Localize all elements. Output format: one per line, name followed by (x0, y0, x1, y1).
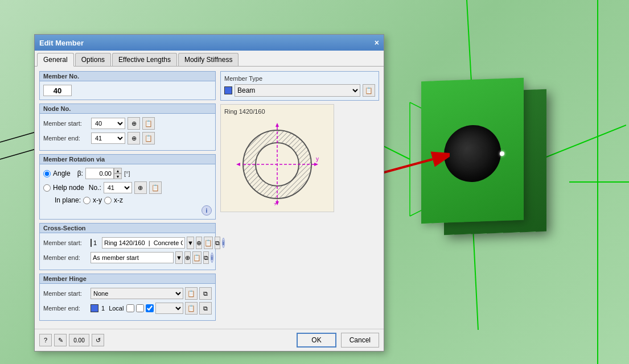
helpnode-radio[interactable] (43, 184, 51, 192)
hinge-start-edit-btn[interactable]: 📋 (185, 287, 198, 300)
in-plane-label: In plane: (55, 196, 81, 204)
rotation-help-icon[interactable]: i (202, 205, 212, 216)
helpnode-select[interactable]: 41 (104, 182, 132, 193)
hinge-end-copy-btn[interactable]: ⧉ (199, 302, 212, 315)
left-panel: Member No. Node No. Member start: 40 ⊕ 📋 (39, 71, 216, 324)
member-no-body (40, 81, 215, 100)
member-start-select[interactable]: 40 (91, 118, 125, 129)
tab-general[interactable]: General (37, 53, 74, 67)
member-start-pick-btn[interactable]: ⊕ (128, 117, 140, 130)
member-no-input[interactable] (43, 85, 72, 96)
cs-end-input[interactable] (91, 252, 174, 263)
svg-marker-19 (314, 163, 318, 166)
helpnode-label: Help node (53, 184, 84, 192)
hinge-start-select[interactable]: None (91, 288, 183, 299)
cs-dropdown-btn[interactable]: ▼ (187, 237, 194, 249)
rotation-title: Member Rotation via (40, 155, 215, 164)
refresh-btn[interactable]: ↺ (92, 334, 104, 346)
cross-section-title: Cross-Section (40, 224, 215, 233)
in-plane-row: In plane: x-y x-z (43, 196, 212, 204)
dialog-footer: ? ✎ 0.00 ↺ OK Cancel (35, 329, 384, 351)
edit-btn[interactable]: ✎ (54, 334, 67, 346)
help-btn[interactable]: ? (39, 334, 52, 346)
xy-radio[interactable] (83, 197, 91, 204)
helpnode-pick-btn[interactable]: ⊕ (134, 181, 147, 194)
hinge-start-copy-btn[interactable]: ⧉ (199, 287, 212, 300)
dialog-tabs: General Options Effective Lengths Modify… (35, 51, 384, 67)
cs-end-pick-btn[interactable]: ⊕ (184, 251, 191, 264)
cs-end-label: Member end: (43, 254, 89, 261)
tab-options[interactable]: Options (75, 53, 111, 66)
cs-edit-btn[interactable]: 📋 (204, 237, 213, 249)
member-type-container: Member Type Beam 📋 (220, 71, 379, 101)
node-no-body: Member start: 40 ⊕ 📋 Member end: 41 ⊕ (40, 114, 215, 150)
svg-marker-20 (236, 163, 240, 166)
xy-label: x-y (93, 196, 102, 204)
xz-label: x-z (114, 196, 123, 204)
rotation-body: Angle β: ▲ ▼ [°] (40, 164, 215, 219)
cs-ring-svg: y z (232, 120, 323, 205)
cs-end-help-icon[interactable]: i (211, 253, 213, 263)
member-end-label: Member end: (43, 135, 89, 142)
cs-number: 1 (93, 239, 100, 246)
member-type-color (224, 86, 232, 94)
hinge-cb2[interactable] (136, 304, 144, 312)
cs-copy-btn[interactable]: ⧉ (215, 237, 220, 249)
edit-member-dialog: Edit Member × General Options Effective … (34, 34, 384, 351)
hinge-start-label: Member start: (43, 290, 89, 297)
angle-radio[interactable] (43, 170, 51, 177)
hinge-color-box (91, 304, 98, 312)
zero-btn[interactable]: 0.00 (69, 334, 89, 346)
angle-radio-group: Angle (43, 169, 71, 177)
node-no-title: Node No. (40, 104, 215, 114)
cancel-button[interactable]: Cancel (341, 333, 379, 348)
member-end-row: Member end: 41 ⊕ 📋 (43, 132, 212, 144)
cs-name-input[interactable] (102, 237, 185, 249)
cs-preview-title: Ring 1420/160 (224, 108, 265, 115)
hinge-end-row: Member end: 1 Local 📋 ⧉ (43, 302, 212, 315)
member-start-label: Member start: (43, 120, 89, 127)
hinge-end-type: Local (109, 305, 124, 312)
cs-pick-btn[interactable]: ⊕ (196, 237, 202, 249)
cs-end-copy-btn[interactable]: ⧉ (203, 251, 209, 264)
hinge-cb1[interactable] (126, 304, 134, 312)
member-start-edit-btn[interactable]: 📋 (142, 117, 155, 130)
cs-end-edit-btn[interactable]: 📋 (192, 251, 202, 264)
member-type-label: Member Type (224, 75, 375, 82)
cs-color-box (91, 239, 92, 247)
spinbox-up[interactable]: ▲ (114, 168, 122, 173)
hinge-start-row: Member start: None 📋 ⧉ (43, 287, 212, 300)
hinge-cb3[interactable] (146, 304, 154, 312)
hinge-title: Member Hinge (40, 274, 215, 284)
hinge-end-edit-btn[interactable]: 📋 (185, 302, 198, 315)
cross-section-body: Member start: 1 ▼ ⊕ 📋 ⧉ i Member end: ▼ (40, 233, 215, 270)
member-type-edit-btn[interactable]: 📋 (363, 84, 375, 97)
member-end-edit-btn[interactable]: 📋 (142, 132, 155, 144)
hinge-end-number: 1 (101, 305, 105, 312)
member-type-select[interactable]: Beam (235, 84, 360, 97)
member-end-pick-btn[interactable]: ⊕ (128, 132, 140, 144)
spinbox-buttons: ▲ ▼ (114, 168, 122, 179)
helpnode-edit-btn[interactable]: 📋 (149, 181, 162, 194)
tab-effective-lengths[interactable]: Effective Lengths (112, 53, 177, 66)
footer-icons: ? ✎ 0.00 ↺ (39, 334, 104, 346)
member-type-row: Beam 📋 (224, 84, 375, 97)
helpnode-row: Help node No.: 41 ⊕ 📋 (43, 181, 212, 194)
dialog-close-button[interactable]: × (375, 38, 379, 47)
right-axis-lines (569, 0, 629, 364)
member-start-row: Member start: 40 ⊕ 📋 (43, 117, 212, 130)
tab-modify-stiffness[interactable]: Modify Stiffness (178, 53, 239, 66)
ok-button[interactable]: OK (297, 333, 336, 348)
cs-end-row: Member end: ▼ ⊕ 📋 ⧉ i (43, 251, 212, 264)
beta-label: β: (77, 169, 83, 177)
spinbox-down[interactable]: ▼ (114, 173, 122, 179)
cs-circle-container: y z (224, 117, 330, 208)
deg-label: [°] (124, 170, 130, 177)
cs-start-label: Member start: (43, 239, 89, 246)
member-end-select[interactable]: 41 (91, 133, 125, 144)
xz-radio[interactable] (104, 197, 112, 204)
cross-section: Cross-Section Member start: 1 ▼ ⊕ 📋 ⧉ i (39, 223, 216, 270)
angle-input[interactable] (85, 168, 114, 179)
cs-end-dropdown-btn[interactable]: ▼ (175, 251, 183, 264)
hinge-end-select[interactable] (155, 303, 183, 314)
